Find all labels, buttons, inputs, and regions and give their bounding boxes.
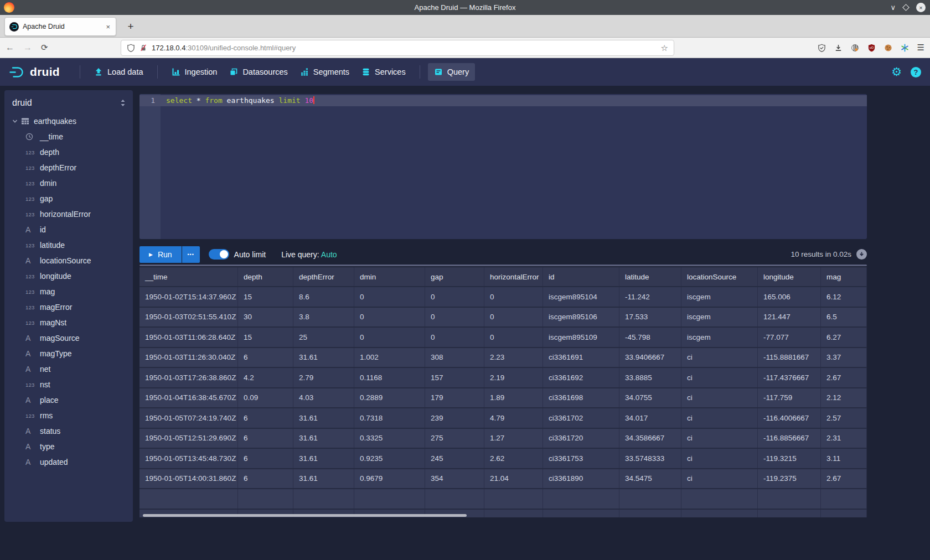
column-header-latitude[interactable]: latitude <box>619 267 681 286</box>
cell[interactable]: 2.67 <box>821 469 867 489</box>
cell[interactable]: 33.9406667 <box>619 348 681 367</box>
run-button[interactable]: ▶ Run <box>140 246 182 263</box>
cell[interactable]: 21.04 <box>484 469 543 489</box>
cell[interactable]: 31.61 <box>293 449 354 468</box>
menu-icon[interactable]: ☰ <box>917 43 924 53</box>
cell[interactable]: 0 <box>425 308 484 327</box>
cell[interactable]: 0.3325 <box>354 429 425 448</box>
cell[interactable]: 2.79 <box>293 368 354 387</box>
cell[interactable]: 1.89 <box>484 388 543 408</box>
cell[interactable]: 1950-01-03T11:26:30.040Z <box>140 348 238 367</box>
cell[interactable]: 121.447 <box>758 308 821 327</box>
nav-services[interactable]: Services <box>355 63 412 81</box>
auto-limit-toggle[interactable] <box>209 249 229 260</box>
cell[interactable]: ci3361890 <box>543 469 619 489</box>
cell[interactable]: 6.5 <box>821 308 867 327</box>
cell[interactable]: 0.2889 <box>354 388 425 408</box>
cell[interactable]: 30 <box>238 308 293 327</box>
asterisk-extension-icon[interactable] <box>901 44 909 52</box>
cell[interactable]: 6 <box>238 449 293 468</box>
cell[interactable]: 15 <box>238 328 293 347</box>
column-header-id[interactable]: id <box>543 267 619 286</box>
cell[interactable]: 3.37 <box>821 348 867 367</box>
cell[interactable]: 1950-01-02T15:14:37.960Z <box>140 287 238 307</box>
cell[interactable]: 275 <box>425 429 484 448</box>
cell[interactable]: 308 <box>425 348 484 367</box>
tab-apache-druid[interactable]: Apache Druid × <box>4 17 116 36</box>
downloads-icon[interactable] <box>834 44 843 52</box>
editor-results-divider[interactable] <box>140 265 867 266</box>
cell[interactable]: 4.03 <box>293 388 354 408</box>
cell[interactable]: 1.27 <box>484 429 543 448</box>
sidebar-column-magType[interactable]: AmagType <box>4 346 133 361</box>
cell[interactable]: 31.61 <box>293 429 354 448</box>
cell[interactable]: -116.4006667 <box>758 408 821 428</box>
minimize-icon[interactable]: ∨ <box>890 5 896 11</box>
cell[interactable]: -115.8881667 <box>758 348 821 367</box>
sidebar-column-updated[interactable]: Aupdated <box>4 454 133 470</box>
cell[interactable]: 31.61 <box>293 469 354 489</box>
query-text[interactable]: select * from earthquakes limit 10 <box>166 95 314 106</box>
query-editor[interactable]: 1 select * from earthquakes limit 10 <box>140 94 867 239</box>
cell[interactable]: ci <box>681 348 758 367</box>
lock-disabled-icon[interactable] <box>140 44 147 52</box>
sidebar-column-depthError[interactable]: 123depthError <box>4 160 133 175</box>
cell[interactable]: iscgem <box>681 328 758 347</box>
column-header-gap[interactable]: gap <box>425 267 484 286</box>
cell[interactable]: -117.4376667 <box>758 368 821 387</box>
cell[interactable]: ci <box>681 469 758 489</box>
cell[interactable]: ci <box>681 449 758 468</box>
cell[interactable]: 6 <box>238 408 293 428</box>
cell[interactable]: ci <box>681 388 758 408</box>
cell[interactable]: 4.79 <box>484 408 543 428</box>
sidebar-column-nst[interactable]: 123nst <box>4 377 133 392</box>
sidebar-column-magError[interactable]: 123magError <box>4 299 133 315</box>
cell[interactable]: 0 <box>425 287 484 307</box>
run-more-options-button[interactable]: ••• <box>182 246 200 263</box>
cell[interactable]: 2.31 <box>821 429 867 448</box>
settings-gear-icon[interactable]: ⚙ <box>891 65 902 79</box>
cell[interactable]: ci3361692 <box>543 368 619 387</box>
cell[interactable]: 2.57 <box>821 408 867 428</box>
cell[interactable]: 0.9235 <box>354 449 425 468</box>
sidebar-table-earthquakes[interactable]: earthquakes <box>4 113 133 129</box>
cell[interactable]: 34.3586667 <box>619 429 681 448</box>
cell[interactable]: 2.67 <box>821 368 867 387</box>
cell[interactable]: 0 <box>354 328 425 347</box>
container-extension-icon[interactable] <box>851 44 859 52</box>
cell[interactable]: 34.0755 <box>619 388 681 408</box>
cell[interactable]: 33.8885 <box>619 368 681 387</box>
url-bar[interactable]: 172.18.0.4:30109/unified-console.html#qu… <box>121 40 674 56</box>
sidebar-column-id[interactable]: Aid <box>4 222 133 237</box>
sidebar-column-net[interactable]: Anet <box>4 361 133 377</box>
cell[interactable]: 2.19 <box>484 368 543 387</box>
cell[interactable]: 1950-01-04T16:38:45.670Z <box>140 388 238 408</box>
cell[interactable]: iscgem895104 <box>543 287 619 307</box>
caret-sort-icon[interactable] <box>120 99 126 107</box>
sidebar-column-type[interactable]: Atype <box>4 439 133 454</box>
shield-icon[interactable] <box>127 44 135 52</box>
sidebar-column-__time[interactable]: __time <box>4 129 133 144</box>
column-header-mag[interactable]: mag <box>821 267 867 286</box>
cell[interactable]: 6.27 <box>821 328 867 347</box>
cell[interactable]: 6 <box>238 429 293 448</box>
druid-logo[interactable]: druid <box>9 65 60 79</box>
column-header-longitude[interactable]: longitude <box>758 267 821 286</box>
sidebar-column-place[interactable]: Aplace <box>4 392 133 408</box>
cell[interactable]: 0.1168 <box>354 368 425 387</box>
cell[interactable]: 33.5748333 <box>619 449 681 468</box>
sidebar-column-depth[interactable]: 123depth <box>4 144 133 160</box>
cell[interactable]: 15 <box>238 287 293 307</box>
protections-shield-icon[interactable] <box>818 44 826 52</box>
cell[interactable]: iscgem <box>681 308 758 327</box>
cell[interactable]: iscgem895109 <box>543 328 619 347</box>
cell[interactable]: iscgem <box>681 287 758 307</box>
ublock-extension-icon[interactable]: uO <box>867 44 876 52</box>
column-header-locationSource[interactable]: locationSource <box>681 267 758 286</box>
cell[interactable]: 2.12 <box>821 388 867 408</box>
cell[interactable]: 1950-01-05T12:51:29.690Z <box>140 429 238 448</box>
cell[interactable]: 0 <box>484 328 543 347</box>
sidebar-column-latitude[interactable]: 123latitude <box>4 237 133 253</box>
cell[interactable]: ci3361702 <box>543 408 619 428</box>
url-text[interactable]: 172.18.0.4:30109/unified-console.html#qu… <box>152 44 657 52</box>
